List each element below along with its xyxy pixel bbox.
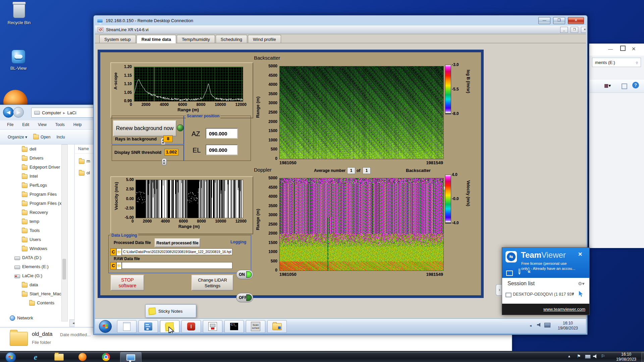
snr-spinner[interactable] <box>162 158 167 166</box>
volume-icon[interactable] <box>537 323 540 327</box>
session-monitor-icon[interactable] <box>506 270 513 276</box>
desktop-icon-bl-view[interactable]: BL-View <box>4 50 33 71</box>
tray-volume-icon[interactable] <box>593 354 596 358</box>
change-lidar-settings-button[interactable]: Change LiDARSettings <box>192 275 233 291</box>
snr-value-field[interactable]: 1.002 <box>164 149 178 156</box>
clock[interactable]: 16:10 19/08/2023 <box>612 352 640 362</box>
processed-path-field[interactable]: C:\Lidar\Data\Proc\2023\202308\20230819\… <box>122 248 232 255</box>
show-desktop-button[interactable] <box>641 352 644 362</box>
menu-view[interactable]: View <box>38 122 47 127</box>
connect-cursor-icon[interactable] <box>578 291 584 297</box>
tray-chevron-icon[interactable]: ◂ <box>530 323 532 328</box>
remote-clock[interactable]: 16:10 19/08/2023 <box>553 321 583 331</box>
app-titlebar[interactable]: StreamLine XR v14-6.vi _ ❐ ✕ <box>95 25 586 34</box>
preview-pane-icon[interactable] <box>622 83 627 89</box>
remote-start-button[interactable] <box>99 320 112 333</box>
desktop-icon-recycle-bin[interactable]: Recycle Bin <box>5 3 34 25</box>
remote-taskbar-folder-button[interactable] <box>267 320 287 333</box>
menu-help[interactable]: Help <box>73 122 82 127</box>
file-row[interactable]: m <box>79 157 90 166</box>
forward-button[interactable]: ▶ <box>13 107 24 118</box>
tray-network-icon[interactable]: ⚐ <box>601 354 605 359</box>
taskbar-explorer-button[interactable] <box>53 353 65 361</box>
menu-file[interactable]: File <box>7 122 13 127</box>
minimize-button[interactable]: — <box>538 17 550 24</box>
minimize-icon[interactable]: — <box>608 46 613 52</box>
breadcrumb-computer[interactable]: Computer <box>42 110 61 115</box>
session-entry[interactable]: DESKTOP-OE0QDVI (1 817 937 <box>513 292 574 297</box>
view-options-icon[interactable]: ▦▾ <box>604 83 611 88</box>
tab[interactable]: Real time data <box>137 35 176 43</box>
search-box[interactable]: ments (E:) ⌕ <box>592 58 641 67</box>
gear-icon[interactable]: ⚙▾ <box>578 281 585 286</box>
average-total-field[interactable]: 1 <box>363 167 371 174</box>
axis-tick: 1.20 <box>124 64 132 69</box>
processed-logging-toggle[interactable]: ON <box>236 270 253 279</box>
back-button[interactable]: ◀ <box>3 107 14 118</box>
tab[interactable]: System setup <box>99 35 136 43</box>
remote-taskbar-scan-sched-button[interactable]: Scan sched <box>246 320 265 333</box>
close-button[interactable]: ✕ <box>568 17 584 24</box>
tree-scrollbar[interactable] <box>61 144 68 321</box>
open-button[interactable]: Open <box>33 135 50 139</box>
raw-drive-field[interactable]: C <box>110 262 116 269</box>
average-number-field[interactable]: 1 <box>347 167 355 174</box>
collapse-icon[interactable]: « <box>528 268 531 275</box>
network-icon[interactable] <box>544 323 550 327</box>
include-button[interactable]: Inclu <box>56 135 65 139</box>
el-field[interactable]: 090.000 <box>206 144 238 155</box>
stop-software-button[interactable]: STOPsoftware <box>111 275 144 291</box>
renew-background-button[interactable]: Renew background now <box>113 120 176 136</box>
rdp-titlebar[interactable]: 192.168.0.150 - Remote Desktop Connectio… <box>94 15 587 25</box>
help-icon[interactable]: ? <box>632 82 639 88</box>
rays-value-field[interactable]: 8 <box>163 135 173 142</box>
restart-processed-button[interactable]: Restart processed file <box>155 238 200 247</box>
tray-chevron-icon[interactable]: ▲ <box>568 354 571 358</box>
taskbar-media-button[interactable] <box>76 353 89 361</box>
tree-item-icon <box>22 238 28 242</box>
tab[interactable]: Wind profile <box>248 35 281 43</box>
teamviewer-close-icon[interactable]: ✕ <box>578 251 582 257</box>
taskbar-chrome-button[interactable] <box>100 353 112 361</box>
velocity-plot-canvas[interactable] <box>136 180 243 218</box>
start-button[interactable] <box>5 352 16 362</box>
remote-taskbar-printer-button[interactable] <box>203 320 222 333</box>
raw-logging-toggle[interactable]: OFF <box>236 293 253 302</box>
remote-taskbar-terminal-button[interactable]: C:\_ <box>224 320 244 333</box>
browse-icon[interactable]: 📁 <box>116 262 122 269</box>
breadcrumb-folder[interactable]: LaCi <box>67 110 76 115</box>
tray-display-icon[interactable] <box>585 355 591 359</box>
menu-edit[interactable]: Edit <box>22 122 29 127</box>
column-header-name[interactable]: Name <box>78 146 89 151</box>
browse-icon[interactable]: 📁 <box>116 248 122 256</box>
maximize-icon[interactable] <box>620 46 626 51</box>
organize-button[interactable]: Organize ▾ <box>8 135 27 139</box>
remote-taskbar-control-panel-button[interactable] <box>139 320 158 333</box>
chevron-down-icon[interactable]: ▼ <box>571 292 575 296</box>
doppler-heatmap-canvas[interactable] <box>279 178 444 271</box>
remote-taskbar-power-button[interactable]: ⏽ <box>181 320 201 333</box>
tab[interactable]: Temp/humidity <box>177 35 215 43</box>
app-restore-button[interactable]: ❐ <box>571 27 578 33</box>
close-icon[interactable]: ✕ <box>632 46 636 52</box>
teamviewer-link[interactable]: www.teamviewer.com <box>543 307 585 312</box>
processed-drive-field[interactable]: C <box>110 248 116 256</box>
ascope-yticks: 1.201.151.101.050.99 <box>117 64 132 103</box>
maximize-button[interactable]: ❒ <box>553 17 565 24</box>
raw-path-field[interactable] <box>122 262 232 269</box>
menu-tools[interactable]: Tools <box>55 122 65 127</box>
tab[interactable]: Scheduling <box>216 35 247 43</box>
taskbar-ie-button[interactable]: e <box>30 353 42 361</box>
scrollbar-thumb[interactable] <box>62 259 66 280</box>
app-minimize-button[interactable]: _ <box>560 27 568 33</box>
ascope-plot-canvas[interactable] <box>134 67 243 102</box>
backscatter-heatmap-canvas[interactable] <box>279 66 444 159</box>
tray-flag-icon[interactable]: ⚑ <box>577 354 581 359</box>
app-close-button[interactable]: ✕ <box>581 27 586 33</box>
taskbar-preview-tooltip[interactable]: Sticky Notes <box>145 304 196 318</box>
breadcrumb[interactable]: Computer ▸ LaCi <box>31 108 97 118</box>
remote-taskbar-notepad-button[interactable] <box>117 320 137 333</box>
file-row[interactable]: ol <box>79 168 90 177</box>
taskbar-rdp-button-active[interactable] <box>120 352 142 362</box>
az-field[interactable]: 090.000 <box>206 128 238 139</box>
